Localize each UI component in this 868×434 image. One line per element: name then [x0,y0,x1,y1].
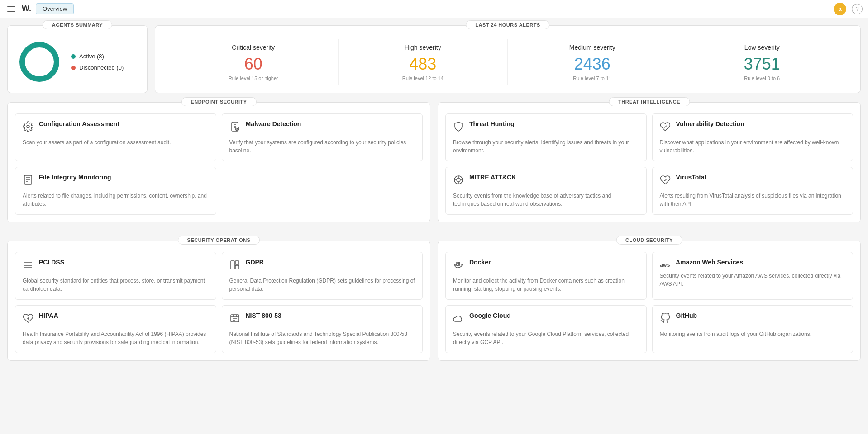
mitre-attck-desc: Security events from the knowledge base … [453,192,639,208]
alerts-title: LAST 24 HOURS ALERTS [466,20,549,29]
virustotal-desc: Alerts resulting from VirusTotal analysi… [660,192,846,208]
card-header: Vulnerability Detection [660,120,846,135]
card-header: File Integrity Monitoring [23,174,209,188]
config-assessment-title: Configuration Assessment [39,120,119,127]
threat-hunting-title: Threat Hunting [469,120,515,127]
google-cloud-card[interactable]: Google Cloud Security events related to … [445,305,647,353]
active-label: Active (8) [79,53,104,60]
critical-label: Critical severity [178,44,329,51]
docker-card[interactable]: Docker Monitor and collect the activity … [445,252,647,300]
card-header: GitHub [660,312,846,326]
legend-disconnected: Disconnected (0) [71,64,124,71]
gdpr-desc: General Data Protection Regulation (GDPR… [229,277,415,293]
middle-row: ENDPOINT SECURITY Configuration Assessme… [7,102,861,231]
nist-title: NIST 800-53 [246,312,281,319]
agents-donut-chart [17,39,62,85]
alert-critical[interactable]: Critical severity 60 Rule level 15 or hi… [169,39,339,85]
endpoint-security-cards: Configuration Assessment Scan your asset… [8,103,430,222]
main-content: AGENTS SUMMARY Active (8) Disconnected (… [0,18,868,386]
overview-tab[interactable]: Overview [36,3,74,14]
malware-icon [229,121,240,135]
pci-dss-card[interactable]: PCI DSS Global security standard for ent… [15,252,216,300]
card-header: Configuration Assessment [23,120,209,135]
security-operations-title: SECURITY OPERATIONS [178,236,260,245]
cloud-security-title: CLOUD SECURITY [616,236,682,245]
high-rule: Rule level 12 to 14 [348,75,499,81]
virustotal-icon [660,175,671,188]
card-header: Malware Detection [229,120,415,135]
hipaa-title: HIPAA [39,312,58,319]
disconnected-label: Disconnected (0) [79,64,124,71]
docker-title: Docker [469,259,491,266]
file-icon [23,175,33,188]
disconnected-dot [71,66,76,70]
vulnerability-detection-desc: Discover what applications in your envir… [660,138,846,155]
vulnerability-detection-title: Vulnerability Detection [676,120,744,127]
bottom-row: SECURITY OPERATIONS PCI DSS Global secur… [7,241,861,370]
mitre-attck-title: MITRE ATT&CK [469,174,516,181]
gdpr-icon [229,259,240,273]
virustotal-card[interactable]: VirusTotal Alerts resulting from VirusTo… [652,167,854,215]
aws-desc: Security events related to your Amazon A… [660,272,846,288]
help-icon[interactable]: ? [852,4,863,14]
svg-rect-25 [235,261,239,264]
topbar-right: a ? [834,3,863,15]
alert-low[interactable]: Low severity 3751 Rule level 0 to 6 [677,39,847,85]
google-cloud-icon [453,313,464,326]
google-cloud-desc: Security events related to your Google C… [453,330,639,346]
card-header: VirusTotal [660,174,846,188]
card-header: PCI DSS [23,259,209,273]
card-header: MITRE ATT&CK [453,174,639,188]
alert-medium[interactable]: Medium severity 2436 Rule level 7 to 11 [508,39,677,85]
gear-icon [23,121,33,135]
github-card[interactable]: GitHub Monitoring events from audit logs… [652,305,854,353]
card-header: Docker [453,259,639,273]
endpoint-security-title: ENDPOINT SECURITY [181,97,256,106]
file-integrity-title: File Integrity Monitoring [39,174,111,181]
agents-summary-section: AGENTS SUMMARY Active (8) Disconnected (… [7,25,148,93]
config-assessment-card[interactable]: Configuration Assessment Scan your asset… [15,113,216,161]
agents-content: Active (8) Disconnected (0) [17,39,138,85]
alerts-section: LAST 24 HOURS ALERTS Critical severity 6… [155,25,861,93]
card-header: NIST 800-53 [229,312,415,326]
vulnerability-detection-card[interactable]: Vulnerability Detection Discover what ap… [652,113,854,161]
nist-card[interactable]: NIST 800-53 National Institute of Standa… [222,305,423,353]
gdpr-card[interactable]: GDPR General Data Protection Regulation … [222,252,423,300]
file-integrity-card[interactable]: File Integrity Monitoring Alerts related… [15,167,216,215]
docker-icon [453,259,464,273]
svg-point-2 [27,125,29,128]
hipaa-card[interactable]: HIPAA Health Insurance Portability and A… [15,305,216,353]
virustotal-title: VirusTotal [676,174,706,181]
card-header: GDPR [229,259,415,273]
aws-card[interactable]: aws Amazon Web Services Security events … [652,252,854,300]
high-number: 483 [348,55,499,74]
agents-summary-title: AGENTS SUMMARY [43,20,112,29]
svg-point-1 [22,45,57,79]
low-number: 3751 [687,55,838,74]
top-row: AGENTS SUMMARY Active (8) Disconnected (… [7,25,861,93]
threat-intelligence-title: THREAT INTELLIGENCE [609,97,690,106]
threat-hunting-desc: Browse through your security alerts, ide… [453,138,639,155]
hamburger-menu[interactable] [5,4,17,14]
hipaa-icon [23,313,33,326]
docker-desc: Monitor and collect the activity from Do… [453,277,639,293]
nist-desc: National Institute of Standards and Tech… [229,330,415,346]
threat-hunting-card[interactable]: Threat Hunting Browse through your secur… [445,113,647,161]
pci-dss-desc: Global security standard for entities th… [23,277,209,293]
mitre-attck-card[interactable]: MITRE ATT&CK Security events from the kn… [445,167,647,215]
nist-icon [229,313,240,326]
shield-icon [453,121,464,135]
alert-high[interactable]: High severity 483 Rule level 12 to 14 [339,39,508,85]
aws-icon: aws [660,259,670,268]
github-desc: Monitoring events from audit logs of you… [660,330,846,338]
critical-number: 60 [178,55,329,74]
medium-label: Medium severity [517,44,668,51]
cloud-security-cards: Docker Monitor and collect the activity … [438,241,860,360]
svg-rect-10 [24,175,32,184]
google-cloud-title: Google Cloud [469,312,511,319]
critical-rule: Rule level 15 or higher [178,75,329,81]
user-avatar[interactable]: a [834,3,846,15]
malware-detection-card[interactable]: Malware Detection Verify that your syste… [222,113,423,161]
file-integrity-desc: Alerts related to file changes, includin… [23,192,209,208]
svg-rect-26 [235,265,239,269]
